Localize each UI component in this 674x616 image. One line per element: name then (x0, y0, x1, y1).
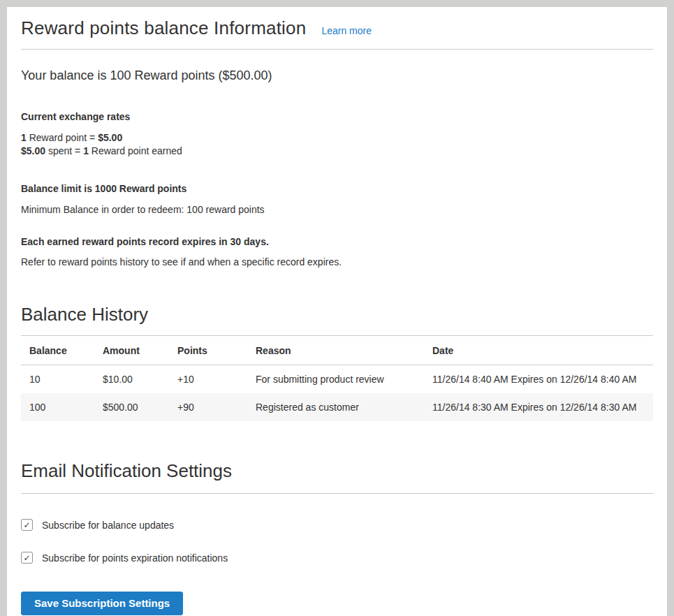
rate2-text: spent = (45, 145, 83, 156)
expiration-hint: Refer to reward points history to see if… (21, 256, 653, 267)
balance-limit-note: Balance limit is 1000 Reward points (21, 183, 653, 194)
table-row: 100 $500.00 +90 Registered as customer 1… (21, 393, 653, 421)
column-header-reason: Reason (249, 336, 425, 365)
save-subscription-settings-button[interactable]: Save Subscription Settings (21, 592, 183, 615)
cell-amount: $500.00 (96, 393, 170, 421)
learn-more-link[interactable]: Learn more (321, 25, 372, 36)
minimum-balance-note: Minimum Balance in order to redeem: 100 … (21, 204, 653, 215)
rate1-points: 1 (21, 132, 27, 143)
exchange-rates-lines: 1 Reward point = $5.00 $5.00 spent = 1 R… (21, 131, 653, 158)
check-icon: ✓ (23, 520, 30, 530)
cell-points: +10 (170, 365, 249, 394)
cell-date: 11/26/14 8:40 AM Expires on 12/26/14 8:4… (425, 365, 653, 394)
subscribe-balance-updates-row: ✓ Subscribe for balance updates (21, 519, 653, 531)
rate1-text: Reward point = (27, 132, 98, 143)
subscribe-expiration-row: ✓ Subscribe for points expiration notifi… (21, 552, 653, 564)
column-header-amount: Amount (96, 336, 170, 365)
exchange-rates-heading: Current exchange rates (21, 111, 653, 122)
check-icon: ✓ (23, 553, 30, 563)
column-header-points: Points (170, 336, 249, 365)
rate2-points: 1 (83, 145, 89, 156)
table-row: 10 $10.00 +10 For submitting product rev… (21, 365, 653, 394)
balance-history-table: Balance Amount Points Reason Date 10 $10… (21, 335, 653, 421)
expiration-notifications-checkbox-label[interactable]: Subscribe for points expiration notifica… (42, 552, 228, 564)
expiration-notifications-checkbox[interactable]: ✓ (21, 552, 33, 564)
balance-summary: Your balance is 100 Reward points ($500.… (21, 68, 653, 83)
rate-line-1: 1 Reward point = $5.00 (21, 132, 122, 143)
column-header-date: Date (425, 336, 653, 365)
rate2-amount: $5.00 (21, 145, 45, 156)
balance-history-heading: Balance History (21, 304, 653, 325)
rate1-amount: $5.00 (98, 132, 122, 143)
column-header-balance: Balance (21, 336, 96, 365)
expiration-note: Each earned reward points record expires… (21, 236, 653, 247)
cell-balance: 10 (21, 365, 96, 394)
balance-updates-checkbox-label[interactable]: Subscribe for balance updates (42, 520, 174, 531)
page-title: Reward points balance Information (21, 17, 306, 39)
cell-date: 11/26/14 8:30 AM Expires on 12/26/14 8:3… (425, 393, 653, 421)
table-header-row: Balance Amount Points Reason Date (21, 336, 653, 365)
email-notification-heading: Email Notification Settings (21, 460, 653, 494)
reward-points-card: Reward points balance Information Learn … (7, 7, 667, 616)
page-header: Reward points balance Information Learn … (21, 7, 653, 50)
rate-line-2: $5.00 spent = 1 Reward point earned (21, 145, 182, 156)
rate2-suffix: Reward point earned (89, 145, 182, 156)
cell-reason: For submitting product review (249, 365, 425, 394)
cell-points: +90 (170, 393, 249, 421)
balance-updates-checkbox[interactable]: ✓ (21, 519, 33, 531)
cell-reason: Registered as customer (249, 393, 425, 421)
cell-balance: 100 (21, 393, 96, 421)
cell-amount: $10.00 (96, 365, 170, 394)
